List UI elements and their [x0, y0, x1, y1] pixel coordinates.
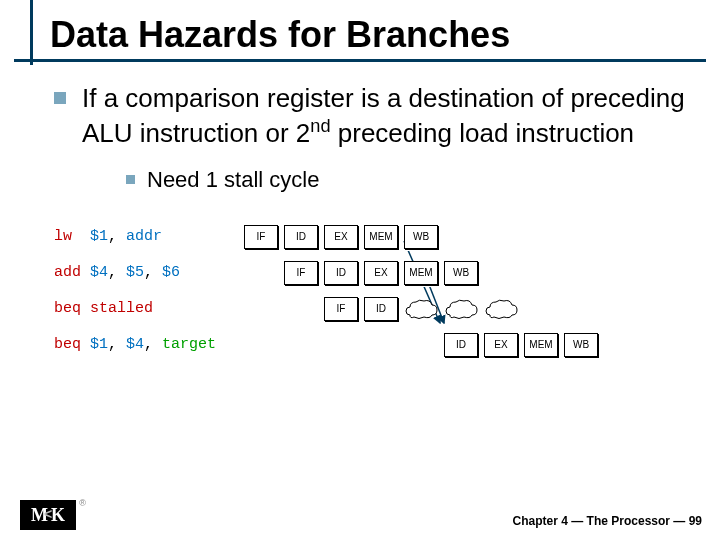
- bullet1-sup: nd: [310, 116, 330, 136]
- pipeline-stages: IFID: [324, 297, 518, 321]
- title-bar: Data Hazards for Branches: [0, 0, 720, 62]
- stage-if: IF: [324, 297, 358, 321]
- instruction-text: beq $1, $4, target: [54, 336, 244, 353]
- bubble-cloud-icon: [404, 297, 438, 321]
- pipeline-row: add $4, $5, $6IFIDEXMEMWB: [54, 255, 690, 291]
- pipeline-stages: IFIDEXMEMWB: [284, 261, 478, 285]
- stage-id: ID: [444, 333, 478, 357]
- instruction-text: lw $1, addr: [54, 228, 244, 245]
- stage-id: ID: [364, 297, 398, 321]
- bullet1-post: preceding load instruction: [331, 117, 635, 147]
- square-bullet-icon: [126, 175, 135, 184]
- registered-icon: ®: [79, 498, 86, 508]
- instruction-text: add $4, $5, $6: [54, 264, 244, 281]
- bullet1-text: If a comparison register is a destinatio…: [82, 82, 690, 149]
- stage-ex: EX: [364, 261, 398, 285]
- pipeline-stages: IFIDEXMEMWB: [244, 225, 438, 249]
- stage-id: ID: [284, 225, 318, 249]
- title-underline: [14, 59, 706, 62]
- bullet-level-2: Need 1 stall cycle: [126, 167, 690, 193]
- pipeline-row: beq $1, $4, targetIDEXMEMWB: [54, 327, 690, 363]
- stage-ex: EX: [324, 225, 358, 249]
- stage-wb: WB: [444, 261, 478, 285]
- bubble-cloud-icon: [484, 297, 518, 321]
- slide-title: Data Hazards for Branches: [50, 14, 720, 56]
- publisher-logo: M < K ®: [20, 500, 76, 530]
- square-bullet-icon: [54, 92, 66, 104]
- pipeline-diagram: lw $1, addrIFIDEXMEMWBadd $4, $5, $6IFID…: [54, 219, 690, 363]
- stage-mem: MEM: [364, 225, 398, 249]
- logo-box: M < K: [20, 500, 76, 530]
- instruction-text: beq stalled: [54, 300, 244, 317]
- stage-mem: MEM: [524, 333, 558, 357]
- bullet2-text: Need 1 stall cycle: [147, 167, 319, 193]
- pipeline-row: beq stalledIFID: [54, 291, 690, 327]
- stage-id: ID: [324, 261, 358, 285]
- content-area: If a comparison register is a destinatio…: [0, 62, 720, 363]
- bubble-cloud-icon: [444, 297, 478, 321]
- stage-if: IF: [244, 225, 278, 249]
- title-tick: [30, 0, 33, 65]
- stage-wb: WB: [404, 225, 438, 249]
- stage-ex: EX: [484, 333, 518, 357]
- stage-wb: WB: [564, 333, 598, 357]
- stage-if: IF: [284, 261, 318, 285]
- pipeline-stages: IDEXMEMWB: [444, 333, 598, 357]
- footer-text: Chapter 4 — The Processor — 99: [513, 514, 702, 528]
- stage-mem: MEM: [404, 261, 438, 285]
- logo-k: K: [51, 505, 65, 526]
- pipeline-row: lw $1, addrIFIDEXMEMWB: [54, 219, 690, 255]
- bullet-level-1: If a comparison register is a destinatio…: [54, 82, 690, 149]
